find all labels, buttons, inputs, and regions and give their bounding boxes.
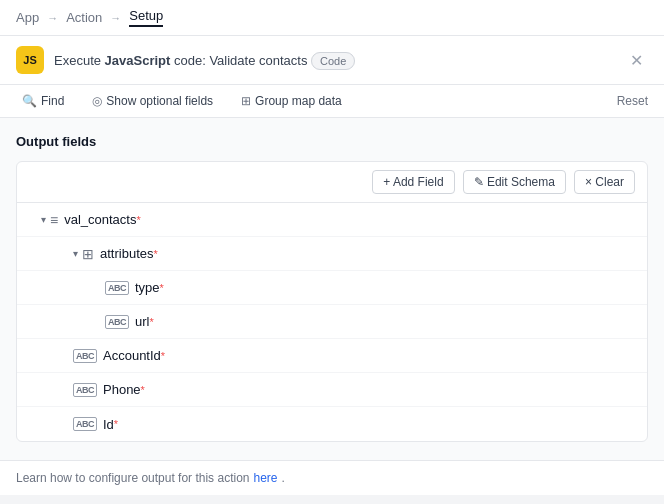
list-icon-val-contacts: ≡ <box>50 212 58 228</box>
field-row-val-contacts: ▾ ≡ val_contacts * <box>17 203 647 237</box>
required-star-url: * <box>149 316 153 328</box>
header-keyword: JavaScript <box>105 53 171 68</box>
toolbar: 🔍 Find ◎ Show optional fields ⊞ Group ma… <box>0 85 664 118</box>
field-row-url: ABC url * <box>17 305 647 339</box>
chevron-val-contacts[interactable]: ▾ <box>41 214 46 225</box>
field-name-val-contacts: val_contacts <box>64 212 136 227</box>
main-content: Output fields + Add Field ✎ Edit Schema … <box>0 118 664 460</box>
required-star-phone: * <box>141 384 145 396</box>
required-star-attributes: * <box>153 248 157 260</box>
footer-suffix: . <box>282 471 285 485</box>
required-star-type: * <box>160 282 164 294</box>
abc-icon-url: ABC <box>105 315 129 329</box>
section-title: Output fields <box>16 134 648 149</box>
nav-setup[interactable]: Setup <box>129 8 163 27</box>
find-label: Find <box>41 94 64 108</box>
clear-button[interactable]: × Clear <box>574 170 635 194</box>
nav-action[interactable]: Action <box>66 10 102 25</box>
header-title: Execute JavaScript code: Validate contac… <box>54 53 614 68</box>
required-star-val-contacts: * <box>136 214 140 226</box>
header-middle: code: <box>170 53 209 68</box>
abc-icon-phone: ABC <box>73 383 97 397</box>
field-row-id: ABC Id * <box>17 407 647 441</box>
abc-icon-accountid: ABC <box>73 349 97 363</box>
grid-map-icon: ⊞ <box>241 94 251 108</box>
abc-icon-id: ABC <box>73 417 97 431</box>
footer-text: Learn how to configure output for this a… <box>16 471 249 485</box>
show-optional-label: Show optional fields <box>106 94 213 108</box>
header-bar: JS Execute JavaScript code: Validate con… <box>0 36 664 85</box>
fields-toolbar: + Add Field ✎ Edit Schema × Clear <box>17 162 647 203</box>
field-name-accountid: AccountId <box>103 348 161 363</box>
reset-button[interactable]: Reset <box>617 94 648 108</box>
header-action: Validate contacts <box>209 53 307 68</box>
field-row-accountid: ABC AccountId * <box>17 339 647 373</box>
field-row-type: ABC type * <box>17 271 647 305</box>
top-navigation: App → Action → Setup <box>0 0 664 36</box>
field-row-attributes: ▾ ⊞ attributes * <box>17 237 647 271</box>
field-name-id: Id <box>103 417 114 432</box>
fields-container: + Add Field ✎ Edit Schema × Clear ▾ ≡ va… <box>16 161 648 442</box>
field-name-attributes: attributes <box>100 246 153 261</box>
nav-app[interactable]: App <box>16 10 39 25</box>
footer-link[interactable]: here <box>253 471 277 485</box>
eye-icon: ◎ <box>92 94 102 108</box>
abc-icon-type: ABC <box>105 281 129 295</box>
add-field-button[interactable]: + Add Field <box>372 170 454 194</box>
grid-icon-attributes: ⊞ <box>82 246 94 262</box>
edit-schema-button[interactable]: ✎ Edit Schema <box>463 170 566 194</box>
field-row-phone: ABC Phone * <box>17 373 647 407</box>
required-star-accountid: * <box>161 350 165 362</box>
field-name-url: url <box>135 314 149 329</box>
code-badge: Code <box>311 52 355 70</box>
chevron-attributes[interactable]: ▾ <box>73 248 78 259</box>
required-star-id: * <box>114 418 118 430</box>
group-map-button[interactable]: ⊞ Group map data <box>235 91 348 111</box>
header-prefix: Execute <box>54 53 105 68</box>
search-icon: 🔍 <box>22 94 37 108</box>
find-button[interactable]: 🔍 Find <box>16 91 70 111</box>
close-button[interactable]: ✕ <box>624 48 648 72</box>
group-map-label: Group map data <box>255 94 342 108</box>
js-badge: JS <box>16 46 44 74</box>
field-name-phone: Phone <box>103 382 141 397</box>
footer: Learn how to configure output for this a… <box>0 460 664 495</box>
show-optional-button[interactable]: ◎ Show optional fields <box>86 91 219 111</box>
nav-arrow-2: → <box>110 12 121 24</box>
field-name-type: type <box>135 280 160 295</box>
nav-arrow-1: → <box>47 12 58 24</box>
